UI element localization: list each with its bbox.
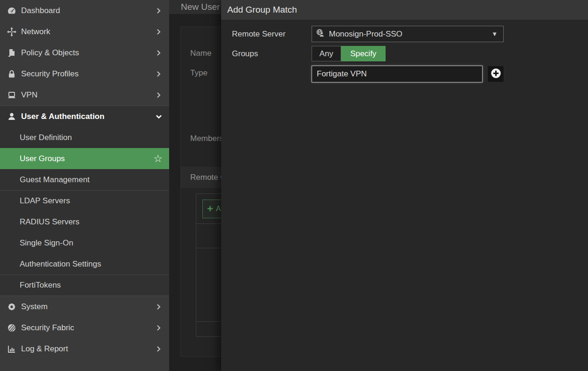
remote-server-value: Monosign-Prod-SSO — [329, 30, 402, 39]
modal-header: Add Group Match — [221, 0, 588, 20]
sidebar-item-label: Security Profiles — [21, 69, 79, 79]
bar-chart-icon — [7, 344, 17, 354]
sso-server-icon — [316, 29, 325, 40]
caret-down-icon: ▼ — [491, 30, 498, 37]
lock-icon — [7, 69, 17, 79]
groups-any-option[interactable]: Any — [312, 46, 341, 61]
sidebar-item-guest-management[interactable]: Guest Management — [0, 169, 169, 190]
sidebar-item-single-sign-on[interactable]: Single Sign-On — [0, 232, 169, 253]
sidebar-item-radius-servers[interactable]: RADIUS Servers — [0, 211, 169, 232]
chevron-right-icon — [155, 49, 163, 57]
sidebar-section-user-authentication: User & Authentication User Definition Us… — [0, 105, 169, 296]
gear-icon — [7, 302, 17, 312]
sidebar-item-dashboard[interactable]: Dashboard — [0, 0, 169, 21]
fabric-icon — [7, 323, 17, 333]
sidebar-item-log-report[interactable]: Log & Report — [0, 338, 169, 359]
document-icon — [7, 48, 17, 58]
sidebar-item-fortitokens[interactable]: FortiTokens — [0, 275, 169, 296]
sidebar-item-network[interactable]: Network — [0, 21, 169, 42]
sidebar-item-system[interactable]: System — [0, 296, 169, 317]
sidebar-item-user-authentication[interactable]: User & Authentication — [0, 106, 169, 127]
sidebar-item-label: Network — [21, 27, 50, 37]
chevron-right-icon — [155, 91, 163, 99]
groups-mode-toggle: Any Specify — [312, 46, 386, 61]
plus-circle-icon — [491, 68, 501, 81]
sidebar-item-security-profiles[interactable]: Security Profiles — [0, 63, 169, 84]
fortigate-app: Dashboard Network Policy & Objects — [0, 0, 588, 371]
sidebar-item-label: System — [21, 302, 48, 312]
sidebar-item-policy-objects[interactable]: Policy & Objects — [0, 42, 169, 63]
remote-server-label: Remote Server — [232, 26, 285, 42]
sidebar-item-vpn[interactable]: VPN — [0, 84, 169, 105]
add-group-entry-button[interactable] — [487, 66, 504, 82]
sidebar-item-user-groups[interactable]: User Groups ☆ — [0, 148, 169, 169]
groups-label: Groups — [232, 46, 258, 61]
chevron-right-icon — [155, 345, 163, 353]
sidebar-item-security-fabric[interactable]: Security Fabric — [0, 317, 169, 338]
sidebar-item-label: Dashboard — [21, 6, 60, 15]
sidebar-item-label: Policy & Objects — [21, 48, 79, 58]
sidebar-item-user-definition[interactable]: User Definition — [0, 127, 169, 148]
chevron-right-icon — [155, 7, 163, 15]
sidebar-item-label: Security Fabric — [21, 323, 74, 333]
name-field-label: Name — [190, 49, 211, 58]
chevron-right-icon — [155, 70, 163, 78]
sidebar-item-ldap-servers[interactable]: LDAP Servers — [0, 190, 169, 211]
sidebar-item-label: Log & Report — [21, 344, 68, 354]
move-arrows-icon — [7, 27, 17, 37]
sidebar-item-label: User & Authentication — [21, 112, 104, 121]
chevron-right-icon — [155, 324, 163, 332]
sidebar-item-authentication-settings[interactable]: Authentication Settings — [0, 253, 169, 275]
laptop-icon — [7, 90, 17, 100]
add-group-match-modal: Add Group Match Remote Server Monosign-P… — [221, 0, 588, 371]
groups-specify-option[interactable]: Specify — [341, 46, 386, 61]
members-field-label: Members — [190, 134, 223, 143]
type-field-label: Type — [190, 68, 208, 78]
modal-title: Add Group Match — [227, 5, 297, 15]
remote-server-dropdown[interactable]: Monosign-Prod-SSO ▼ — [312, 26, 504, 42]
chevron-down-icon — [155, 113, 163, 120]
group-name-input[interactable] — [312, 66, 483, 82]
user-icon — [7, 111, 17, 122]
sidebar-item-label: VPN — [21, 90, 37, 100]
sidebar: Dashboard Network Policy & Objects — [0, 0, 169, 371]
chevron-right-icon — [155, 28, 163, 36]
star-icon[interactable]: ☆ — [153, 154, 163, 164]
plus-icon: + — [207, 204, 213, 214]
gauge-icon — [7, 6, 17, 16]
chevron-right-icon — [155, 303, 163, 311]
